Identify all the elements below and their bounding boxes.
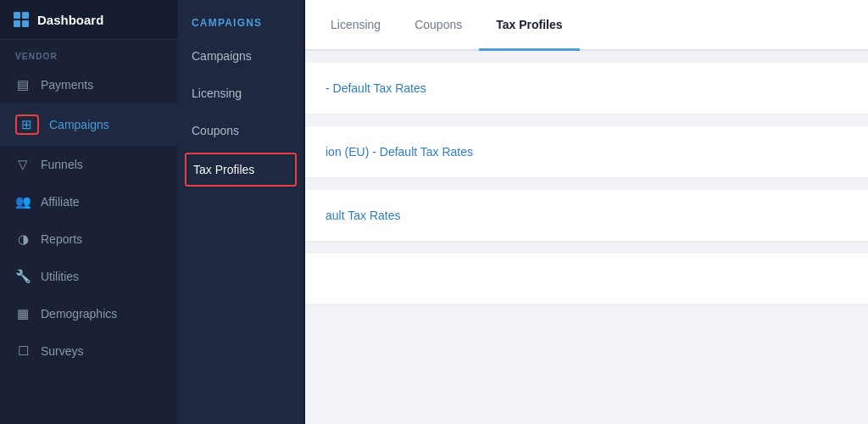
content-area: - Default Tax Rates ion (EU) - Default T… xyxy=(305,51,868,424)
campaigns-icon-box: ⊞ xyxy=(15,114,39,135)
sidebar-item-label: Payments xyxy=(41,78,93,92)
sidebar-item-label: Demographics xyxy=(41,307,117,321)
payments-icon: ▤ xyxy=(15,77,31,92)
main-content: Licensing Coupons Tax Profiles - Default… xyxy=(305,0,868,424)
sidebar: Dashboard VENDOR ▤ Payments ⊞ Campaigns … xyxy=(0,0,178,424)
tax-row[interactable]: ion (EU) - Default Tax Rates xyxy=(305,126,868,178)
vendor-section-label: VENDOR xyxy=(0,40,178,66)
submenu-item-campaigns[interactable]: Campaigns xyxy=(178,37,303,75)
sidebar-item-label: Surveys xyxy=(41,344,84,358)
dashboard-icon xyxy=(14,12,29,27)
sidebar-item-demographics[interactable]: ▦ Demographics xyxy=(0,295,178,332)
surveys-icon: ☐ xyxy=(15,343,31,359)
sidebar-item-label: Affiliate xyxy=(41,195,80,209)
sidebar-item-utilities[interactable]: 🔧 Utilities xyxy=(0,258,178,295)
tax-row[interactable]: - Default Tax Rates xyxy=(305,63,868,114)
submenu-item-tax-profiles[interactable]: Tax Profiles xyxy=(185,153,297,187)
campaigns-icon: ⊞ xyxy=(19,117,34,132)
submenu-item-licensing[interactable]: Licensing xyxy=(178,75,303,112)
submenu-item-label: Tax Profiles xyxy=(193,163,254,176)
submenu-panel: CAMPAIGNS Campaigns Licensing Coupons Ta… xyxy=(178,0,305,424)
dashboard-label: Dashboard xyxy=(37,13,103,27)
funnels-icon: ▽ xyxy=(15,157,31,172)
dashboard-item[interactable]: Dashboard xyxy=(0,0,178,40)
affiliate-icon: 👥 xyxy=(15,194,31,209)
sidebar-item-affiliate[interactable]: 👥 Affiliate xyxy=(0,183,178,220)
sidebar-item-reports[interactable]: ◑ Reports xyxy=(0,220,178,258)
submenu-item-label: Campaigns xyxy=(192,49,252,63)
sidebar-item-funnels[interactable]: ▽ Funnels xyxy=(0,146,178,183)
sidebar-item-label: Funnels xyxy=(41,158,83,171)
sidebar-item-label: Campaigns xyxy=(49,118,109,131)
sidebar-item-label: Utilities xyxy=(41,270,79,283)
tab-tax-profiles[interactable]: Tax Profiles xyxy=(479,0,579,51)
utilities-icon: 🔧 xyxy=(15,269,31,284)
sidebar-item-label: Reports xyxy=(41,232,82,246)
tab-label: Licensing xyxy=(331,18,381,31)
tax-row-link[interactable]: ion (EU) - Default Tax Rates xyxy=(326,145,473,159)
tab-label: Tax Profiles xyxy=(496,18,562,31)
tax-row-link[interactable]: ault Tax Rates xyxy=(326,209,400,222)
sidebar-item-surveys[interactable]: ☐ Surveys xyxy=(0,332,178,370)
empty-row xyxy=(305,254,868,304)
tab-label: Coupons xyxy=(415,18,462,31)
tab-coupons[interactable]: Coupons xyxy=(398,0,479,51)
sidebar-item-payments[interactable]: ▤ Payments xyxy=(0,66,178,103)
tab-licensing[interactable]: Licensing xyxy=(314,0,398,51)
reports-icon: ◑ xyxy=(15,232,31,247)
demographics-icon: ▦ xyxy=(15,306,31,321)
submenu-item-coupons[interactable]: Coupons xyxy=(178,112,303,149)
submenu-header: CAMPAIGNS xyxy=(178,0,303,37)
tabs-bar: Licensing Coupons Tax Profiles xyxy=(305,0,868,51)
tax-row[interactable]: ault Tax Rates xyxy=(305,190,868,242)
submenu-item-label: Licensing xyxy=(192,86,242,100)
submenu-item-label: Coupons xyxy=(192,124,239,137)
sidebar-item-campaigns[interactable]: ⊞ Campaigns xyxy=(0,103,178,146)
tax-row-link[interactable]: - Default Tax Rates xyxy=(326,81,426,95)
